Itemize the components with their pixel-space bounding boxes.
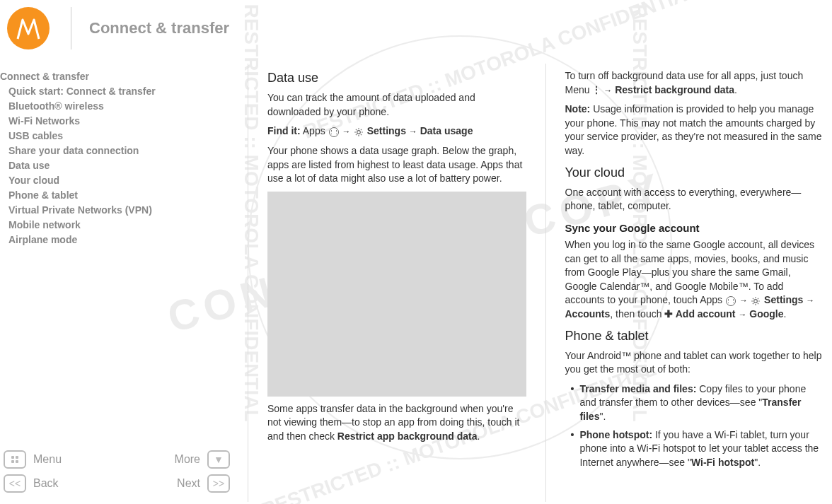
more-button[interactable]: More ▼ xyxy=(175,450,230,469)
more-label: More xyxy=(175,453,200,466)
paragraph: Your Android™ phone and tablet can work … xyxy=(565,349,824,377)
page-content: Connect & transferQuick start: Connect &… xyxy=(0,64,832,502)
next-label: Next xyxy=(177,477,200,490)
apps-icon: ⋮⋮ xyxy=(328,127,340,138)
nav-controls: Menu More ▼ << Back Next >> xyxy=(4,450,230,498)
sidebar-item[interactable]: Phone & tablet xyxy=(0,188,237,203)
sidebar-item[interactable]: Share your data connection xyxy=(0,143,237,158)
sidebar-item[interactable]: Your cloud xyxy=(0,173,237,188)
sidebar-item[interactable]: USB cables xyxy=(0,129,237,143)
page-title: Connect & transfer xyxy=(89,19,229,37)
paragraph: Your phone shows a data usage graph. Bel… xyxy=(267,144,526,186)
column-divider xyxy=(545,64,546,502)
paragraph: You can track the amount of data uploade… xyxy=(267,91,526,119)
menu-dots-icon: ⋮ xyxy=(592,88,601,92)
gear-icon xyxy=(353,127,364,138)
svg-point-1 xyxy=(754,299,758,303)
heading-phone-tablet: Phone & tablet xyxy=(565,327,824,345)
gear-icon xyxy=(750,295,761,307)
sidebar-item[interactable]: Virtual Private Networks (VPN) xyxy=(0,203,237,218)
back-label: Back xyxy=(33,477,59,490)
plus-icon: ✚ xyxy=(664,308,673,320)
motorola-logo xyxy=(7,7,50,49)
column-2: To turn off background data use for all … xyxy=(557,64,833,502)
sidebar-item[interactable]: Connect & transfer xyxy=(0,69,237,84)
list-item: • Phone hotspot: If you have a Wi-Fi tab… xyxy=(565,428,824,470)
heading-data-use: Data use xyxy=(267,69,526,87)
header-divider xyxy=(71,7,71,49)
paragraph: One account with access to everything, e… xyxy=(565,186,824,213)
list-item: • Transfer media and files: Copy files t… xyxy=(565,382,824,424)
page-header: Connect & transfer xyxy=(0,0,832,64)
chevron-right-icon: >> xyxy=(207,474,230,493)
sidebar-item[interactable]: Data use xyxy=(0,158,237,173)
paragraph: To turn off background data use for all … xyxy=(565,69,824,97)
back-button[interactable]: << Back xyxy=(4,474,59,493)
grid-icon xyxy=(4,450,26,469)
sidebar-item[interactable]: Quick start: Connect & transfer xyxy=(0,84,237,99)
link-wifi-hotspot[interactable]: Wi-Fi hotspot xyxy=(691,457,754,468)
sidebar-item[interactable]: Bluetooth® wireless xyxy=(0,99,237,114)
sidebar-item[interactable]: Mobile network xyxy=(0,218,237,233)
column-divider xyxy=(248,64,248,502)
svg-point-0 xyxy=(357,130,360,134)
heading-your-cloud: Your cloud xyxy=(565,164,824,182)
menu-label: Menu xyxy=(33,453,62,466)
data-usage-screenshot-placeholder xyxy=(267,192,526,397)
column-1: Data use You can track the amount of dat… xyxy=(259,64,535,502)
sidebar: Connect & transferQuick start: Connect &… xyxy=(0,64,237,502)
paragraph: Some apps transfer data in the backgroun… xyxy=(267,402,526,444)
note-paragraph: Note: Usage information is provided to h… xyxy=(565,102,824,158)
sidebar-item[interactable]: Airplane mode xyxy=(0,233,237,247)
menu-button[interactable]: Menu xyxy=(4,450,62,469)
paragraph: When you log in to the same Google accou… xyxy=(565,238,824,322)
heading-sync: Sync your Google account xyxy=(565,221,824,235)
find-it-line: Find it: Apps ⋮⋮ → Settings → Data usage xyxy=(267,124,526,139)
chevron-down-icon: ▼ xyxy=(207,450,230,469)
apps-icon: ⋮⋮ xyxy=(725,295,736,307)
next-button[interactable]: Next >> xyxy=(177,474,230,493)
chevron-left-icon: << xyxy=(4,474,26,493)
sidebar-nav: Connect & transferQuick start: Connect &… xyxy=(0,69,237,247)
sidebar-item[interactable]: Wi-Fi Networks xyxy=(0,114,237,129)
